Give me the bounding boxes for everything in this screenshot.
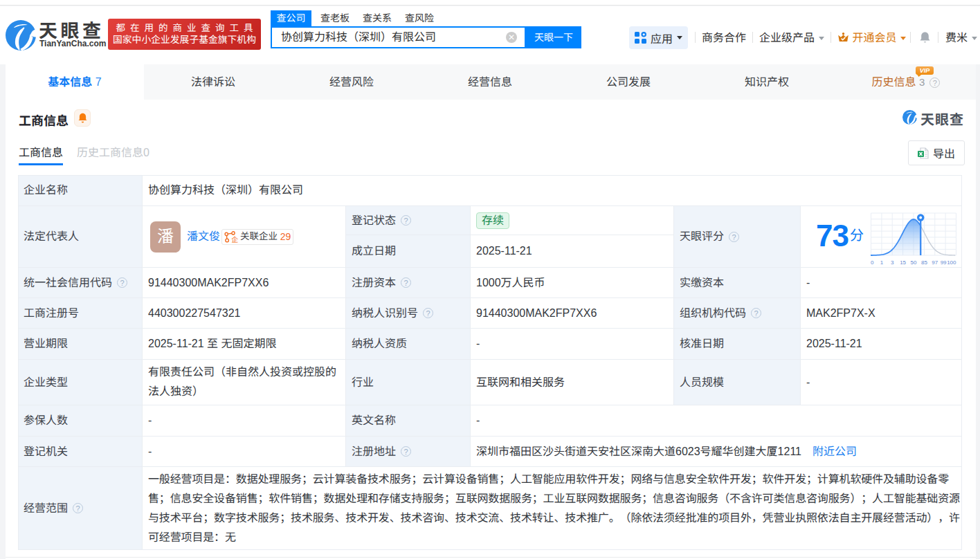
svg-text:1: 1 xyxy=(880,259,884,266)
svg-text:100: 100 xyxy=(947,259,956,266)
svg-text:99: 99 xyxy=(941,259,947,266)
svg-text:15: 15 xyxy=(900,259,906,266)
svg-text:97: 97 xyxy=(932,259,938,266)
svg-text:企: 企 xyxy=(231,234,238,243)
svg-text:0: 0 xyxy=(871,259,874,266)
svg-text:85: 85 xyxy=(921,259,927,266)
svg-text:3: 3 xyxy=(891,259,894,266)
svg-text:50: 50 xyxy=(911,259,917,266)
